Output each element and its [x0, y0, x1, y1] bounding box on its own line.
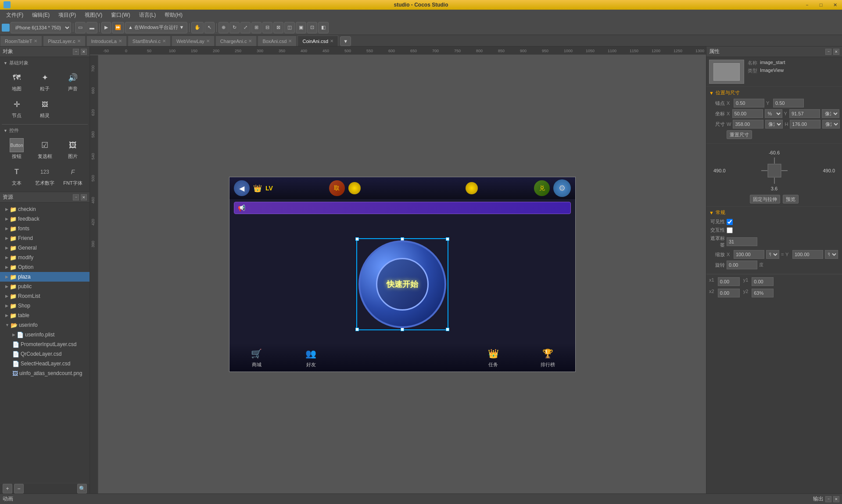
more-tool-2[interactable]: ⊟: [262, 22, 272, 33]
lock-ratio-button[interactable]: 固定与拉伸: [750, 195, 780, 204]
menu-window[interactable]: 窗口(W): [107, 11, 134, 20]
control-checkbox[interactable]: ☑ 复选框: [32, 136, 58, 161]
asset-qrcodelayer[interactable]: 📄 QrCodeLayer.csd: [0, 349, 90, 359]
asset-general[interactable]: ▶ 📁 General: [0, 243, 90, 253]
anchor-x-input[interactable]: [734, 99, 764, 107]
menu-edit[interactable]: 编辑(E): [28, 11, 54, 20]
panel-close[interactable]: ✕: [81, 49, 87, 55]
canvas-viewport[interactable]: ◀ 👑 LV 取 兑 ⚙ 📢: [99, 55, 706, 493]
menu-ranking[interactable]: 🏆 排行榜: [541, 347, 555, 368]
control-button[interactable]: Button 按钮: [4, 136, 30, 161]
asset-search-btn[interactable]: 🔍: [77, 484, 87, 493]
more-tool-6[interactable]: ⊡: [307, 22, 317, 33]
asset-public[interactable]: ▶ 📁 public: [0, 282, 90, 291]
rotate-input[interactable]: [727, 261, 757, 269]
tab-close-boxani[interactable]: ✕: [288, 39, 292, 43]
object-particle[interactable]: ✦ 粒子: [32, 69, 58, 94]
game-back-button[interactable]: ◀: [234, 180, 250, 196]
more-tool-4[interactable]: ◫: [284, 22, 295, 33]
scale-tool[interactable]: ⤢: [240, 22, 251, 33]
rotate-tool[interactable]: ↻: [229, 22, 240, 33]
menu-friend[interactable]: 👥 好友: [304, 347, 318, 368]
coord-x-unit-select[interactable]: % 像素: [765, 109, 782, 118]
tab-roomtable[interactable]: RoomTableT ✕: [0, 36, 42, 46]
asset-modify[interactable]: ▶ 📁 modify: [0, 253, 90, 262]
more-tool-7[interactable]: ◧: [318, 22, 329, 33]
size-h-input[interactable]: [790, 120, 821, 129]
asset-uinfo-atlas[interactable]: 🖼 uinfo_atlas_sendcount.png: [0, 368, 90, 378]
object-map[interactable]: 🗺 地图: [4, 69, 30, 94]
asset-option[interactable]: ▶ 📁 Option: [0, 262, 90, 272]
close-button[interactable]: ✕: [828, 0, 842, 10]
tab-boxani[interactable]: BoxAni.csd ✕: [258, 36, 297, 46]
tag-input[interactable]: [727, 237, 757, 246]
hand-tool[interactable]: ✋: [191, 22, 204, 33]
play-button[interactable]: ▶: [101, 22, 111, 33]
tab-chargeani[interactable]: ChargeAni.c ✕: [215, 36, 257, 46]
select-tool[interactable]: ↖: [204, 22, 215, 33]
tab-close-webviewlay[interactable]: ✕: [206, 39, 210, 43]
menu-file[interactable]: 文件(F): [2, 11, 28, 20]
coord-x-input[interactable]: [732, 109, 763, 118]
right-panel-minimize[interactable]: －: [825, 49, 831, 55]
platform-run-button[interactable]: ▲ 在Windows平台运行 ▼: [125, 22, 187, 33]
y2-input[interactable]: [752, 289, 774, 297]
asset-feedback[interactable]: ▶ 📁 feedback: [0, 214, 90, 224]
asset-selectheadlayer[interactable]: 📄 SelectHeadLayer.csd: [0, 359, 90, 368]
tab-close-chargeani[interactable]: ✕: [248, 39, 252, 43]
panel-minimize[interactable]: －: [73, 49, 79, 55]
layout-btn-2[interactable]: ▬: [86, 22, 97, 33]
menu-language[interactable]: 语言(L): [135, 11, 161, 20]
control-text[interactable]: T 文本: [4, 163, 30, 188]
anim-close[interactable]: ✕: [833, 496, 839, 502]
tab-overflow[interactable]: ▼: [340, 36, 351, 46]
scale-y-input[interactable]: [792, 250, 823, 259]
asset-fonts[interactable]: ▶ 📁 fonts: [0, 224, 90, 233]
asset-friend[interactable]: ▶ 📁 Friend: [0, 233, 90, 243]
basic-objects-header[interactable]: ▼ 基础对象: [2, 59, 88, 67]
asset-plaza[interactable]: ▶ 📁 plaza: [0, 272, 90, 282]
right-panel-close[interactable]: ✕: [833, 49, 839, 55]
control-art-number[interactable]: 123 艺术数字: [32, 163, 58, 188]
layout-btn-1[interactable]: ▭: [75, 22, 86, 33]
asset-userinfo[interactable]: ▼ 📂 userinfo: [0, 320, 90, 330]
scale-x-input[interactable]: [734, 250, 764, 259]
control-image[interactable]: 🖼 图片: [60, 136, 86, 161]
game-take-button[interactable]: 取: [329, 180, 345, 196]
more-tool-1[interactable]: ⊞: [251, 22, 262, 33]
interactive-checkbox[interactable]: [727, 227, 733, 233]
visible-checkbox[interactable]: [727, 219, 733, 225]
size-w-input[interactable]: [733, 120, 763, 129]
asset-minus-btn[interactable]: −: [14, 484, 24, 493]
step-btn[interactable]: ⏩: [112, 22, 124, 33]
tab-plazzlayer[interactable]: PlazzLayer.c ✕: [43, 36, 85, 46]
tab-close-coinani[interactable]: ✕: [330, 39, 333, 43]
asset-add-btn[interactable]: +: [3, 484, 12, 493]
asset-checkin[interactable]: ▶ 📁 checkin: [0, 204, 90, 214]
tab-close-plazzlayer[interactable]: ✕: [77, 39, 81, 43]
tab-startbtnani[interactable]: StartBtnAni.c ✕: [128, 36, 171, 46]
anim-minimize[interactable]: －: [825, 496, 831, 502]
asset-table[interactable]: ▶ 📁 table: [0, 311, 90, 320]
asset-promoterinputlayer[interactable]: 📄 PromoterInputLayer.csd: [0, 340, 90, 349]
menu-project[interactable]: 项目(P): [54, 11, 80, 20]
asset-userinfo-plist[interactable]: ▶ 📄 userinfo.plist: [0, 330, 90, 340]
tab-webviewlay[interactable]: WebViewLay ✕: [172, 36, 215, 46]
control-fnt[interactable]: F FNT字体: [60, 163, 86, 188]
size-h-unit-select[interactable]: 像素: [822, 120, 840, 129]
coord-y-input[interactable]: [789, 109, 820, 118]
more-tool-3[interactable]: ⊠: [273, 22, 283, 33]
tab-close-introducelayer[interactable]: ✕: [118, 39, 122, 43]
menu-view[interactable]: 视图(V): [80, 11, 107, 20]
tab-close-roomtable[interactable]: ✕: [34, 39, 37, 43]
anchor-y-input[interactable]: [773, 99, 804, 107]
game-exchange-button[interactable]: 兑: [534, 180, 550, 196]
menu-task[interactable]: 👑 任务: [486, 347, 500, 368]
x2-input[interactable]: [718, 289, 740, 297]
x1-input[interactable]: [718, 277, 740, 286]
coord-y-unit-select[interactable]: 像素 %: [822, 109, 839, 118]
tab-introducelayer[interactable]: IntroduceLa ✕: [86, 36, 127, 46]
maximize-button[interactable]: □: [814, 0, 828, 10]
game-settings-button[interactable]: ⚙: [553, 179, 571, 197]
asset-panel-close[interactable]: ✕: [81, 194, 87, 200]
